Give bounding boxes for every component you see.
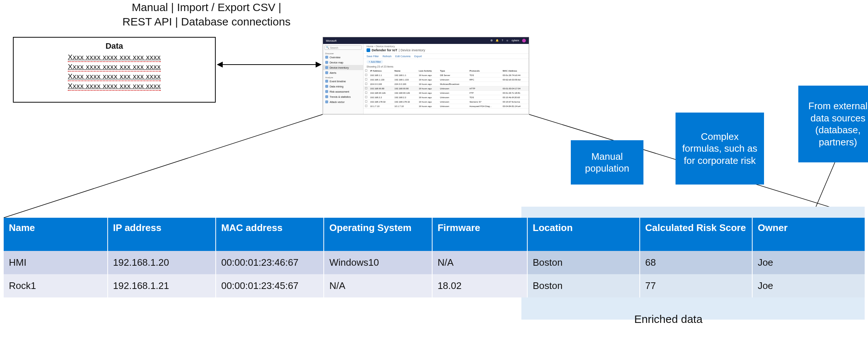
mini-cell: 10.1.7.10: [369, 104, 393, 108]
mini-table-row[interactable]: 10.1.7.1010.1.7.1019 hours agoUnknownHon…: [364, 104, 529, 108]
mining-icon: [325, 85, 328, 88]
callout-formulas: Complex formulas, such as for corporate …: [676, 113, 764, 185]
mini-cell: 00:0c:29:7c:18:81: [501, 91, 529, 95]
mini-table-row[interactable]: 224.0.0.193224.0.0.19319 hours agoMultic…: [364, 82, 529, 86]
help-icon[interactable]: ?: [501, 39, 503, 42]
mini-cell: HTTP: [468, 86, 501, 91]
data-placeholder-line: Xxxx xxxx xxxx xxx xxx xxxx: [68, 72, 161, 81]
sidebar-item-label: Risk assessment: [330, 90, 349, 93]
refresh-button[interactable]: Refresh: [382, 55, 392, 58]
result-count: Showing 23 of 23 items: [364, 65, 529, 69]
search-input[interactable]: 🔍 Search: [324, 45, 362, 50]
mini-table-row[interactable]: 192.168.1.133192.168.1.13319 hours agoUn…: [364, 78, 529, 82]
table-col-header: Calculated Risk Score: [640, 218, 752, 251]
export-button[interactable]: Export: [414, 55, 422, 58]
table-cell: 192.168.1.20: [108, 251, 216, 274]
sidebar-item-device-map[interactable]: Device map: [323, 60, 363, 65]
mini-cell: 19 hours ago: [417, 104, 439, 108]
gear-icon[interactable]: ⚙: [490, 39, 493, 42]
mini-cell: 192.168.1.1: [369, 73, 393, 78]
sidebar-item-attack-vector[interactable]: Attack vector: [323, 99, 363, 104]
checkbox-icon[interactable]: [365, 92, 367, 94]
table-cell: Boston: [527, 274, 640, 297]
mini-cell: 00:0c:29:74:b0:44: [501, 73, 529, 78]
sidebar-item-event-timeline[interactable]: Event timeline: [323, 79, 363, 84]
sidebar-item-device-inventory[interactable]: Device inventory: [323, 65, 363, 70]
sidebar-item-label: Attack vector: [330, 101, 344, 103]
table-col-header: Operating System: [324, 218, 432, 251]
callout-text: Manual population: [577, 151, 637, 175]
enriched-data-label: Enriched data: [634, 313, 702, 326]
mini-cell: [364, 82, 369, 86]
table-cell: 192.168.1.21: [108, 274, 216, 297]
callout-external: From external data sources (database, pa…: [798, 86, 868, 162]
checkbox-icon[interactable]: [365, 96, 367, 98]
table-cell: Windows10: [324, 251, 432, 274]
checkbox-icon[interactable]: [365, 78, 367, 80]
table-col-header: Owner: [752, 218, 865, 251]
checkbox-icon[interactable]: [365, 83, 367, 85]
mini-cell: 00:15:67:fe:be:ba: [501, 100, 529, 104]
add-filter-chip[interactable]: + Add filter: [367, 60, 383, 63]
checkbox-icon[interactable]: [365, 69, 367, 72]
svg-line-0: [4, 114, 323, 218]
caption-line1: Manual | Import / Export CSV |: [96, 0, 317, 14]
mini-inventory-table: IP AddressNameLast ActivityTypeProtocols…: [364, 69, 529, 108]
mini-cell: Unknown: [438, 95, 468, 100]
mini-cell: FTP: [468, 91, 501, 95]
mini-table-row[interactable]: 192.168.90.126192.168.90.12619 hours ago…: [364, 91, 529, 95]
sidebar-item-label: Trends & statistics: [330, 96, 351, 98]
checkbox-icon[interactable]: [365, 74, 367, 76]
mini-cell: 192.168.90.80: [393, 86, 417, 91]
avatar[interactable]: [522, 39, 526, 42]
table-row: HMI192.168.1.2000:00:01:23:46:67Windows1…: [4, 251, 865, 274]
sidebar-item-overview[interactable]: Overview: [323, 55, 363, 60]
mini-cell: Unknown: [438, 86, 468, 91]
table-cell: N/A: [324, 274, 432, 297]
sidebar-item-alerts[interactable]: Alerts: [323, 70, 363, 75]
mini-cell: [501, 82, 529, 86]
save-filter-button[interactable]: Save Filter: [367, 55, 379, 58]
feedback-icon[interactable]: ☺: [506, 39, 508, 42]
user-label: cyberx: [511, 39, 519, 42]
table-col-header: Firmware: [432, 218, 527, 251]
table-col-header: Name: [4, 218, 108, 251]
mini-cell: Unknown: [438, 78, 468, 82]
mini-cell: 19 hours ago: [417, 91, 439, 95]
checkbox-icon[interactable]: [365, 100, 367, 103]
mini-cell: 19 hours ago: [417, 82, 439, 86]
trends-icon: [325, 95, 328, 98]
mini-cell: DB Server: [438, 73, 468, 78]
mini-col-header: Last Activity: [417, 69, 439, 73]
sidebar-item-risk-assessment[interactable]: Risk assessment: [323, 89, 363, 94]
mini-cell: 224.0.0.193: [369, 82, 393, 86]
mini-cell: 192.168.178.32: [393, 100, 417, 104]
sidebar-item-trends[interactable]: Trends & statistics: [323, 94, 363, 99]
mini-sidebar: 🔍 Search Discover Overview Device map De…: [323, 44, 364, 114]
sidebar-item-data-mining[interactable]: Data mining: [323, 84, 363, 89]
callout-manual: Manual population: [571, 140, 643, 185]
breadcrumb: Home › Device inventory: [364, 44, 529, 48]
mini-cell: 192.168.2.2: [393, 95, 417, 100]
overview-icon: [325, 56, 328, 59]
table-row: Rock1192.168.1.2100:00:01:23:45:67N/A18.…: [4, 274, 865, 297]
mini-cell: [364, 104, 369, 108]
inventory-icon: [325, 66, 328, 69]
mini-table-row[interactable]: 192.168.90.80192.168.90.8019 hours agoUn…: [364, 86, 529, 91]
mini-cell: 19 hours ago: [417, 100, 439, 104]
mini-table-row[interactable]: 192.168.2.2192.168.2.219 hours agoUnknow…: [364, 95, 529, 100]
mini-table-row[interactable]: 192.168.178.32192.168.178.3219 hours ago…: [364, 100, 529, 104]
mini-cell: Siemens S7: [468, 100, 501, 104]
table-cell: Joe: [752, 251, 865, 274]
table-cell: N/A: [432, 251, 527, 274]
mini-cell: Unknown: [438, 91, 468, 95]
enriched-inventory-table: NameIP addressMAC addressOperating Syste…: [4, 218, 865, 297]
table-col-header: Location: [527, 218, 640, 251]
map-icon: [325, 61, 328, 64]
checkbox-icon[interactable]: [365, 105, 367, 107]
edit-columns-button[interactable]: Edit Columns: [395, 55, 411, 58]
data-methods-caption: Manual | Import / Export CSV | REST API …: [96, 0, 317, 29]
checkbox-icon[interactable]: [365, 87, 367, 89]
mini-table-row[interactable]: 192.168.1.1192.168.1.119 hours agoDB Ser…: [364, 73, 529, 78]
bell-icon[interactable]: 🔔: [496, 39, 499, 42]
